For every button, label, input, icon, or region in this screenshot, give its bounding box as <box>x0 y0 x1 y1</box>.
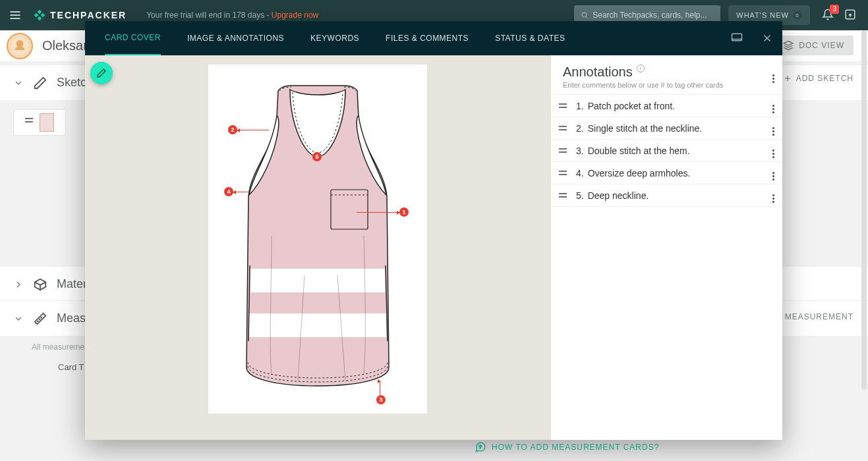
tab-card-cover[interactable]: CARD COVER <box>105 21 161 55</box>
layers-icon <box>783 40 794 51</box>
brand-text: TECHPACKER <box>50 10 127 20</box>
drag-handle-icon[interactable] <box>559 148 569 153</box>
upgrade-link[interactable]: Upgrade now <box>272 11 318 20</box>
add-sketch-button[interactable]: ADD SKETCH <box>783 74 854 83</box>
annotations-list: 1. Patch pocket at front. 2. Single stit… <box>551 95 782 440</box>
drag-handle-icon[interactable] <box>559 126 569 130</box>
help-button[interactable] <box>844 9 856 22</box>
notifications-button[interactable]: 3 <box>822 9 834 22</box>
help-measurement-label: HOW TO ADD MEASUREMENT CARDS? <box>492 443 659 452</box>
annotation-text: Patch pocket at front. <box>588 101 675 111</box>
svg-text:?: ? <box>479 444 482 450</box>
callout-2[interactable]: 2 <box>228 125 237 134</box>
info-icon[interactable]: i <box>637 65 645 72</box>
avatar[interactable] <box>7 33 33 59</box>
svg-line-4 <box>587 16 588 18</box>
annotation-more-button[interactable] <box>772 98 774 113</box>
svg-marker-8 <box>784 41 793 45</box>
pencil-icon <box>33 76 47 90</box>
whats-new-count: 0 <box>793 11 802 20</box>
annotation-text: Deep neckline. <box>588 190 649 201</box>
chevron-down-icon <box>13 313 24 324</box>
annotation-text: Oversize deep armholes. <box>588 168 691 178</box>
chevron-down-icon <box>13 78 24 88</box>
edit-fab-button[interactable] <box>90 62 113 84</box>
add-sketch-label: ADD SKETCH <box>796 74 854 83</box>
annotations-panel: Annotations i Enter comments below or us… <box>550 55 782 440</box>
annotation-more-button[interactable] <box>772 121 774 136</box>
doc-view-button[interactable]: DOC VIEW <box>774 36 854 55</box>
desktop-icon[interactable] <box>731 32 743 44</box>
annotation-item[interactable]: 4. Oversize deep armholes. <box>551 162 782 184</box>
drag-handle-icon[interactable] <box>559 171 569 175</box>
chevron-right-icon <box>13 279 24 290</box>
tab-status-dates[interactable]: STATUS & DATES <box>495 22 565 55</box>
add-measurement-button[interactable]: MEASUREMENT <box>785 312 854 321</box>
pencil-icon <box>96 68 107 78</box>
card-title-label: Card T <box>58 362 84 372</box>
annotation-number: 1. <box>576 101 584 111</box>
trial-notice: Your free trial will end in 178 days - U… <box>146 11 318 20</box>
callout-5[interactable]: 5 <box>312 152 322 161</box>
cube-icon <box>33 277 47 292</box>
measurement-note: All measurement <box>32 342 91 352</box>
modal-tabs: CARD COVER IMAGE & ANNOTATIONS KEYWORDS … <box>85 21 782 55</box>
ruler-icon <box>33 312 47 326</box>
drag-handle-icon[interactable] <box>25 118 34 127</box>
search-placeholder: Search Techpacks, cards, help... <box>593 11 707 20</box>
card-modal: CARD COVER IMAGE & ANNOTATIONS KEYWORDS … <box>85 21 782 440</box>
help-measurement-link[interactable]: ? HOW TO ADD MEASUREMENT CARDS? <box>475 441 659 453</box>
sketch-thumbnail[interactable] <box>13 109 66 136</box>
drag-handle-icon[interactable] <box>559 193 569 198</box>
tab-keywords[interactable]: KEYWORDS <box>310 22 359 55</box>
annotation-number: 5. <box>576 190 584 201</box>
doc-view-label: DOC VIEW <box>799 41 844 50</box>
username: Oleksan <box>42 38 90 53</box>
annotation-text: Single stitch at the neckline. <box>588 123 703 134</box>
drag-handle-icon[interactable] <box>559 103 569 108</box>
thumbnail-image <box>40 113 54 132</box>
callout-3[interactable]: 3 <box>376 395 386 404</box>
annotations-header: Annotations i Enter comments below or us… <box>551 55 782 95</box>
callout-4[interactable]: 4 <box>224 187 233 196</box>
scrollbar[interactable] <box>861 30 867 390</box>
annotation-more-button[interactable] <box>772 188 774 203</box>
whats-new-label: WHAT'S NEW <box>736 11 789 19</box>
svg-rect-17 <box>249 313 386 337</box>
annotation-more-button[interactable] <box>772 165 774 180</box>
annotation-number: 2. <box>576 123 584 134</box>
annotations-title: Annotations <box>563 65 633 80</box>
menu-icon[interactable] <box>0 0 30 30</box>
annotations-more-button[interactable] <box>772 67 774 83</box>
search-icon <box>581 11 589 19</box>
canvas-area: 1 2 3 4 5 <box>85 55 550 440</box>
tab-files-comments[interactable]: FILES & COMMENTS <box>386 22 469 55</box>
tab-image-annotations[interactable]: IMAGE & ANNOTATIONS <box>187 22 284 55</box>
annotation-more-button[interactable] <box>772 143 774 158</box>
annotation-item[interactable]: 3. Double stitch at the hem. <box>551 140 782 162</box>
brand-logo[interactable]: TECHPACKER <box>33 9 127 22</box>
svg-point-3 <box>582 13 587 17</box>
annotation-item[interactable]: 1. Patch pocket at front. <box>551 95 782 117</box>
callout-1[interactable]: 1 <box>399 207 409 217</box>
notification-count: 3 <box>830 5 839 14</box>
svg-rect-18 <box>331 190 368 229</box>
annotation-item[interactable]: 2. Single stitch at the neckline. <box>551 117 782 140</box>
plus-icon <box>783 74 792 83</box>
annotation-number: 3. <box>576 146 584 156</box>
sketch-image[interactable]: 1 2 3 4 5 <box>208 65 427 414</box>
annotations-subtitle: Enter comments below or use # to tag oth… <box>563 81 770 89</box>
annotation-number: 4. <box>576 168 584 178</box>
annotation-text: Double stitch at the hem. <box>588 146 690 156</box>
chat-icon: ? <box>475 441 486 453</box>
close-icon[interactable] <box>761 32 773 44</box>
garment-drawing <box>232 78 403 407</box>
trial-text: Your free trial will end in 178 days - <box>146 11 272 20</box>
annotation-item[interactable]: 5. Deep neckline. <box>551 184 782 207</box>
